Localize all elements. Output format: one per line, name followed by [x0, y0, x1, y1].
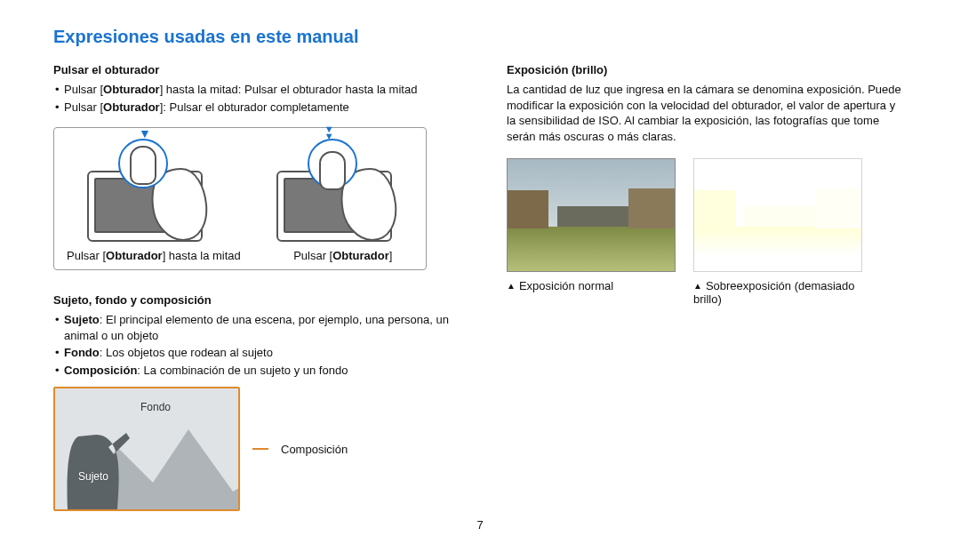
shutter-half-press-figure: ▼ Pulsar [Obturador] hasta la mitad [67, 139, 241, 262]
subject-bullet-3: Composición: La combinación de un sujeto… [55, 363, 453, 379]
subject-bullets: Sujeto: El principal elemento de una esc… [53, 312, 453, 378]
right-column: Exposición (brillo) La cantidad de luz q… [507, 63, 907, 511]
composition-figure-wrap: Fondo Sujeto Composición [53, 387, 453, 511]
page-number: 7 [53, 518, 907, 532]
exposure-paragraph: La cantidad de luz que ingresa en la cám… [507, 82, 907, 144]
sample-photo-overexposed [693, 158, 862, 272]
subject-heading: Sujeto, fondo y composición [53, 293, 453, 307]
sample-photo-normal [507, 158, 676, 272]
callout-line [252, 448, 268, 450]
exposure-over-caption: ▲Sobreexposición (demasiado brillo) [693, 279, 862, 306]
exposure-normal-caption: ▲Exposición normal [507, 279, 676, 292]
exposure-heading: Exposición (brillo) [507, 63, 907, 76]
composition-label: Composición [281, 443, 348, 456]
arrow-down-icon: ▼ [139, 126, 151, 140]
exposure-samples-row: ▲Exposición normal ▲Sobreexposición (dem… [507, 158, 907, 306]
shutter-bullet-1: Pulsar [Obturador] hasta la mitad: Pulsa… [55, 82, 453, 98]
background-label: Fondo [140, 401, 171, 413]
shutter-full-press-figure: ▼▼ Pulsar [Obturador] [276, 139, 410, 262]
shutter-half-caption: Pulsar [Obturador] hasta la mitad [67, 249, 241, 262]
manual-page: Expresiones usadas en este manual Pulsar… [0, 0, 960, 540]
shutter-figure-box: ▼ Pulsar [Obturador] hasta la mitad [53, 127, 427, 270]
shutter-heading: Pulsar el obturador [53, 63, 453, 76]
shutter-bullet-2: Pulsar [Obturador]: Pulsar el obturador … [55, 100, 453, 116]
person-silhouette-icon [64, 412, 135, 509]
exposure-over-figure: ▲Sobreexposición (demasiado brillo) [693, 158, 862, 306]
subject-label: Sujeto [78, 470, 108, 483]
triangle-up-icon: ▲ [693, 281, 702, 291]
exposure-normal-figure: ▲Exposición normal [507, 158, 676, 306]
page-title: Expresiones usadas en este manual [53, 27, 907, 47]
left-column: Pulsar el obturador Pulsar [Obturador] h… [53, 63, 453, 511]
shutter-bullets: Pulsar [Obturador] hasta la mitad: Pulsa… [53, 82, 453, 115]
triangle-up-icon: ▲ [507, 281, 516, 291]
composition-figure: Fondo Sujeto [53, 387, 240, 511]
camera-half-press-illustration: ▼ [87, 139, 220, 245]
double-arrow-down-icon: ▼▼ [324, 126, 334, 140]
subject-bullet-2: Fondo: Los objetos que rodean al sujeto [55, 345, 453, 361]
subject-bullet-1: Sujeto: El principal elemento de una esc… [55, 312, 453, 343]
shutter-full-caption: Pulsar [Obturador] [293, 249, 392, 262]
two-column-layout: Pulsar el obturador Pulsar [Obturador] h… [53, 63, 907, 511]
camera-full-press-illustration: ▼▼ [276, 139, 410, 245]
